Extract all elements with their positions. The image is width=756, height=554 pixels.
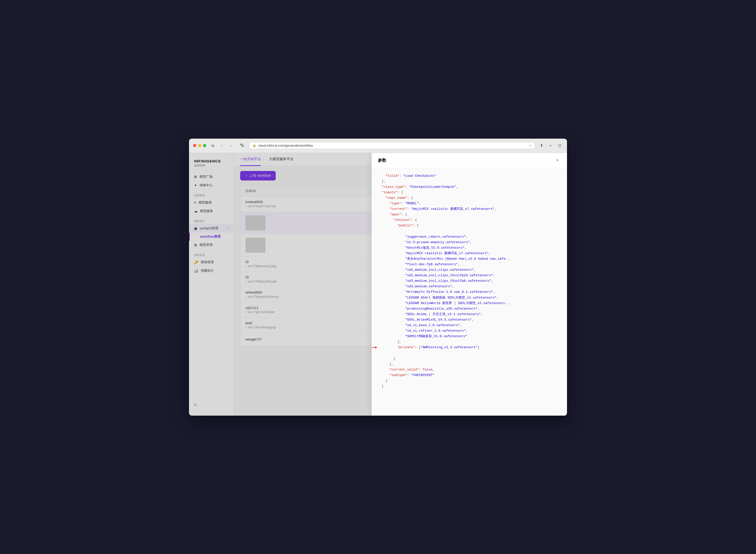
code-line: "current": "majicMIX realistic 麦橘写实_v7.s… [378,206,561,212]
share-button[interactable]: ⬆ [538,142,545,149]
new-tab-button[interactable]: + [547,142,554,149]
address-bar[interactable]: 🔒 cloud.infini-ai.com/genstudio/workflow… [249,142,535,149]
translate-icon [237,141,246,150]
code-line: "class_type": "CheckpointLoaderSimple", [378,184,561,190]
workflow-thumbnail [245,238,266,253]
section-custom-model: 定制模型 [189,191,234,198]
sidebar-item-label-key-mgmt: 密钥管理 [201,260,214,265]
sidebar-item-label-workflow: workflow管理 [200,235,221,238]
sidebar-item-model-service[interactable]: ☁ 模型服务 [189,207,234,215]
browser-nav-controls: ⊞ ‹ › [209,142,234,149]
key-icon: 🔑 [194,260,198,264]
panel-header: 参数 × [372,153,567,168]
code-block: "title": "Load Checkpoint" }, "class_typ… [378,173,561,389]
top-nav-ai-platform[interactable]: 一站式AI平台 [240,156,261,162]
code-line: ], [378,339,561,345]
code-line: "sd3_medium_incl_clips.safetensors", [378,267,561,273]
upload-icon: ↑ [245,173,247,178]
top-nav-model-platform[interactable]: 大模型服务平台 [269,156,294,162]
finetune-icon: ≡ [194,201,196,205]
code-line: }, [378,362,561,367]
file-icon: □ [245,265,247,268]
code-line: "ckpt_name": { [378,195,561,201]
code-line: "juggernaut_reborn.safetensors", [378,234,561,240]
maximize-traffic-light[interactable] [203,144,206,147]
nav-my-assets: 我的资产 ▣ comfyUI管理 ∧ workflow管理 ⊞ 模型管理 [189,217,234,249]
code-line: "SDXL-Anime | 天空之境_v3.1.safetensors", [378,312,561,317]
refresh-button[interactable]: ↻ [529,144,532,148]
sidebar-item-key-mgmt[interactable]: 🔑 密钥管理 [189,258,234,267]
code-line: "public": [ [378,223,561,228]
browser-chrome: ⊞ ‹ › 🔒 cloud.infini-ai.com/genstudio/wo… [189,138,567,153]
code-line: "v1-5-pruned-emaonly.safetensors", [378,240,561,245]
comfyui-icon: ▣ [194,226,197,230]
code-line: }, [378,179,561,184]
sidebar-item-model-finetune[interactable]: ≡ 模型微调 [189,198,234,207]
code-line: "SDXL_ArienMixXL_V4.5.safetensors", [378,317,561,323]
code-line: "SHMILY绚丽多彩_V1.0.safetensors" [378,334,561,339]
code-line-private: "private": ["AWPainting_v1.3.safetensors… [378,345,561,350]
nav-custom-model: 定制模型 ≡ 模型微调 ☁ 模型服务 [189,191,234,215]
code-line: "title": "Load Checkpoint" [378,173,561,179]
code-line: } [378,384,561,389]
code-line [378,228,561,234]
sidebar-item-experience[interactable]: ✦ 体验中心 [189,181,234,189]
minimize-traffic-light[interactable] [198,144,201,147]
code-line: "inputs": { [378,190,561,195]
logo-sub: 无问芯穹 [194,164,229,167]
sidebar-item-label-model-mgmt: 模型管理 [199,243,213,247]
model-service-icon: ☁ [194,209,197,213]
sidebar-item-label-experience: 体验中心 [199,183,213,187]
code-line: "majicMIX realistic 麦橘写实_v7.safetensors"… [378,251,561,256]
code-line: "sd3_medium_incl_clips_t5xxlfp8.safetens… [378,278,561,284]
sidebar-toggle-button[interactable]: ⊞ [209,142,216,149]
file-icon: □ [245,205,247,208]
file-icon: □ [245,311,247,314]
nav-main: ⊞ 模型广场 ✦ 体验中心 [189,172,234,189]
sidebar-item-model-mgmt[interactable]: ⊞ 模型管理 [189,241,234,249]
browser-actions: ⬆ + ⊡ [538,142,563,149]
model-market-icon: ⊞ [194,175,197,179]
sidebar-item-label-model-market: 模型广场 [199,174,213,179]
red-arrow-icon [372,345,377,350]
hamburger-icon[interactable]: ≡ [194,402,197,407]
upload-workflow-button[interactable]: ↑ 上传 workflow [240,171,276,180]
code-line: "sd_xl_refiner_1.0.safetensors", [378,328,561,334]
lock-icon: 🔒 [253,144,256,147]
code-line: "current_valid": false, [378,367,561,373]
close-traffic-light[interactable] [193,144,196,147]
traffic-lights [193,144,206,147]
code-line: "美女AnyCharacterMix (Baked Vae)_v2.0 bake… [378,256,561,262]
expand-icon: ∧ [227,227,229,230]
svg-marker-1 [375,346,377,349]
code-line: "sd3_medium_incl_clips_t5xxlfp16.safeten… [378,273,561,278]
sidebar-item-label-model-service: 模型服务 [200,209,213,213]
back-button[interactable]: ‹ [218,142,225,149]
code-line: "LEOSAM AIArt 免驯插画 SDXL大模型_v1.safetensor… [378,295,561,300]
experience-icon: ✦ [194,183,197,187]
forward-button[interactable]: › [227,142,234,149]
sidebar-item-label-finetune: 模型微调 [198,200,212,205]
tab-overview-button[interactable]: ⊡ [556,142,563,149]
logo-text: INFINIGENCE [194,159,229,163]
file-icon: □ [245,280,247,283]
workflow-thumbnail [245,215,266,230]
code-line: "sd_xl_base_1.0.safetensors", [378,323,561,328]
sidebar-item-model-market[interactable]: ⊞ 模型广场 [189,172,234,181]
code-line: "type": "MODEL", [378,201,561,206]
code-line: "choices": { [378,217,561,223]
stats-icon: 📊 [194,269,198,273]
code-line: } [378,378,561,384]
model-mgmt-icon: ⊞ [194,243,197,247]
sidebar-item-label-comfyui: comfyUI管理 [200,226,218,231]
main-content: INFINIGENCE 无问芯穹 ⊞ 模型广场 ✦ 体验中心 定制模型 ≡ 模型… [189,153,567,416]
sidebar-item-usage-stats[interactable]: 📊 用量统计 [189,267,234,275]
section-my-assets: 我的资产 [189,217,234,224]
code-line: "promissingRealistic_v35.safetensors", [378,306,561,312]
sidebar-item-label-stats: 用量统计 [201,269,214,273]
panel-close-button[interactable]: × [554,157,561,164]
code-line [378,350,561,356]
file-icon: □ [245,295,247,298]
sidebar-item-workflow[interactable]: workflow管理 [189,233,234,241]
sidebar-item-comfyui[interactable]: ▣ comfyUI管理 ∧ [189,224,234,233]
